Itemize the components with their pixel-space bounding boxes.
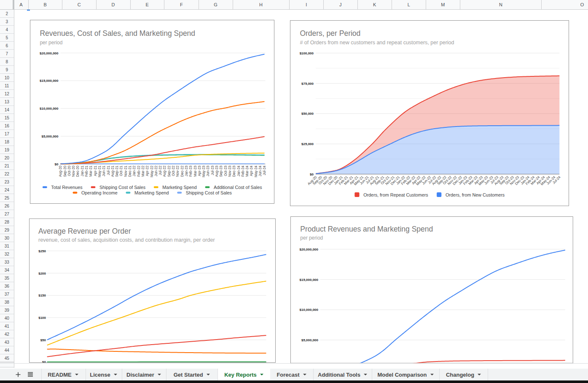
svg-text:Nov-20: Nov-20 [71,165,75,177]
svg-text:$0: $0 [42,360,46,363]
svg-text:$250: $250 [38,249,46,253]
svg-text:Total Revenues: Total Revenues [51,185,83,190]
svg-text:Mar-22: Mar-22 [141,165,145,177]
svg-text:Orders, from New Customers: Orders, from New Customers [446,192,505,197]
svg-text:Aug-21: Aug-21 [110,165,115,177]
svg-text:$0: $0 [310,173,314,176]
svg-text:Jul-22: Jul-22 [158,165,162,175]
svg-text:Dec-22: Dec-22 [180,165,184,177]
svg-text:Shipping Cost of Sales: Shipping Cost of Sales [99,185,146,190]
svg-text:Dec-23: Dec-23 [232,165,236,177]
svg-text:Mar-23: Mar-23 [193,165,197,177]
svg-text:$0: $0 [55,162,59,166]
svg-text:$15,000,000: $15,000,000 [40,79,59,83]
svg-text:Shipping Cost of Sales: Shipping Cost of Sales [186,190,232,195]
svg-text:Mar-24: Mar-24 [245,165,249,177]
svg-text:Feb-21: Feb-21 [84,165,89,177]
svg-text:$25,000: $25,000 [301,142,314,146]
svg-text:Jan-24: Jan-24 [236,165,241,176]
svg-text:$10,000,000: $10,000,000 [40,107,59,111]
svg-text:Feb-22: Feb-22 [137,165,141,177]
svg-text:Apr-23: Apr-23 [197,165,201,176]
svg-text:Jan-23: Jan-23 [184,165,188,176]
svg-text:Nov-23: Nov-23 [228,165,232,177]
svg-text:Operating Income: Operating Income [81,190,118,195]
svg-text:Additional Cost of Sales: Additional Cost of Sales [214,185,262,190]
svg-text:per period: per period [300,235,323,241]
svg-text:$10,000,000: $10,000,000 [300,308,319,312]
svg-text:$5,000,000: $5,000,000 [41,135,59,138]
svg-text:Oct-21: Oct-21 [119,165,123,176]
svg-text:$50: $50 [40,338,46,342]
svg-text:Marketing Spend: Marketing Spend [134,190,169,195]
svg-text:Feb-24: Feb-24 [241,165,245,177]
svg-text:May-21: May-21 [97,165,102,177]
svg-text:Nov-21: Nov-21 [124,165,128,177]
svg-text:$150: $150 [38,294,46,297]
svg-text:$20,000,000: $20,000,000 [300,248,319,251]
svg-text:Jan-22: Jan-22 [132,165,136,176]
svg-text:$100,000: $100,000 [300,51,314,55]
svg-text:Dec-21: Dec-21 [128,165,132,177]
svg-text:Orders, per Period: Orders, per Period [300,29,360,38]
svg-text:Jun-23: Jun-23 [206,165,210,176]
svg-text:Jan-21: Jan-21 [80,165,84,176]
svg-text:Feb-23: Feb-23 [188,165,193,177]
svg-text:$20,000,000: $20,000,000 [40,51,59,55]
svg-text:Jul-23: Jul-23 [210,165,215,175]
svg-text:Oct-23: Oct-23 [223,165,228,176]
svg-text:May-22: May-22 [150,165,154,177]
svg-text:Aug-23: Aug-23 [215,165,219,177]
svg-text:Average Revenue per Order: Average Revenue per Order [38,227,131,235]
svg-text:Jul-24: Jul-24 [262,165,266,175]
svg-text:per period: per period [40,40,62,46]
svg-text:Apr-22: Apr-22 [145,165,149,176]
svg-text:Revenues, Cost of Sales, and M: Revenues, Cost of Sales, and Marketing S… [40,29,195,38]
svg-text:Apr-24: Apr-24 [249,165,253,176]
svg-text:Dec-20: Dec-20 [75,165,80,177]
svg-text:Oct-20: Oct-20 [67,165,71,176]
svg-text:$75,000: $75,000 [301,82,314,86]
svg-text:May-24: May-24 [254,165,258,177]
svg-text:revenue, cost of sales, acquis: revenue, cost of sales, acquisition cost… [38,237,215,243]
svg-text:Orders, from Repeat Customers: Orders, from Repeat Customers [363,192,428,197]
svg-text:Sep-22: Sep-22 [167,165,171,177]
svg-text:Aug-22: Aug-22 [162,165,166,177]
svg-text:$200: $200 [38,271,46,275]
svg-text:$100: $100 [38,316,46,319]
svg-text:Jun-22: Jun-22 [154,165,158,176]
svg-text:Jun-24: Jun-24 [258,165,262,176]
svg-text:Nov-22: Nov-22 [175,165,180,177]
svg-text:Sep-21: Sep-21 [115,165,119,177]
svg-text:$5,000,000: $5,000,000 [301,338,319,342]
svg-text:$50,000: $50,000 [301,112,314,116]
svg-text:Jul-21: Jul-21 [106,165,110,175]
svg-text:$15,000,000: $15,000,000 [300,278,319,282]
svg-text:Sep-23: Sep-23 [219,165,223,177]
svg-text:Apr-21: Apr-21 [93,165,97,176]
svg-text:Product Revenues and Marketing: Product Revenues and Marketing Spend [300,225,433,233]
svg-text:Sep-20: Sep-20 [63,165,67,177]
svg-text:Jun-21: Jun-21 [102,165,106,176]
svg-text:May-23: May-23 [201,165,206,177]
svg-text:# of Orders from new customers: # of Orders from new customers and repea… [300,40,454,46]
svg-text:Marketing Spend: Marketing Spend [162,185,197,190]
svg-text:Mar-21: Mar-21 [89,165,93,177]
svg-text:Oct-22: Oct-22 [171,165,175,176]
svg-text:Aug-20: Aug-20 [58,165,62,177]
